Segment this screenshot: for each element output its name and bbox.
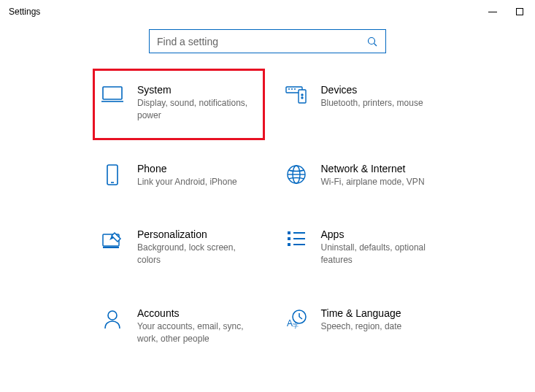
- tile-time-language[interactable]: A 字 Time & Language Speech, region, date: [285, 307, 439, 345]
- svg-text:字: 字: [293, 323, 299, 329]
- tile-desc: Bluetooth, printers, mouse: [321, 97, 439, 109]
- tile-desc: Your accounts, email, sync, work, other …: [137, 320, 255, 345]
- svg-rect-20: [288, 237, 290, 240]
- tile-text: Accounts Your accounts, email, sync, wor…: [137, 307, 255, 345]
- svg-rect-22: [288, 243, 290, 246]
- tile-title: Time & Language: [321, 307, 439, 319]
- search-box[interactable]: [149, 29, 386, 53]
- tile-phone[interactable]: Phone Link your Android, iPhone: [101, 163, 255, 188]
- tile-title: Accounts: [137, 307, 255, 319]
- tile-desc: Speech, region, date: [321, 320, 439, 333]
- maximize-icon[interactable]: [516, 8, 523, 15]
- tile-desc: Link your Android, iPhone: [137, 176, 255, 188]
- svg-text:A: A: [287, 318, 293, 328]
- tile-text: System Display, sound, notifications, po…: [137, 84, 255, 122]
- minimize-icon[interactable]: [488, 12, 497, 12]
- personalization-icon: [101, 228, 124, 252]
- network-icon: [285, 163, 308, 186]
- tile-desc: Wi-Fi, airplane mode, VPN: [321, 176, 439, 188]
- tile-desc: Background, lock screen, colors: [137, 242, 255, 266]
- tile-system[interactable]: System Display, sound, notifications, po…: [93, 69, 265, 140]
- tile-text: Phone Link your Android, iPhone: [137, 163, 255, 188]
- svg-point-24: [108, 311, 117, 320]
- tile-apps[interactable]: Apps Uninstall, defaults, optional featu…: [285, 228, 439, 266]
- phone-icon: [101, 163, 124, 186]
- window-title: Settings: [1, 7, 40, 17]
- apps-icon: [285, 228, 308, 252]
- tile-network[interactable]: Network & Internet Wi-Fi, airplane mode,…: [285, 163, 439, 188]
- tile-title: Personalization: [137, 228, 255, 240]
- svg-rect-18: [288, 231, 290, 234]
- search-container: [0, 29, 535, 53]
- search-input[interactable]: [157, 36, 366, 47]
- tile-title: Devices: [321, 84, 439, 96]
- tile-title: Apps: [321, 228, 439, 240]
- svg-point-0: [369, 37, 375, 44]
- search-icon: [366, 36, 378, 47]
- time-language-icon: A 字: [285, 307, 308, 331]
- svg-rect-8: [299, 90, 306, 103]
- tile-title: Phone: [137, 163, 255, 174]
- titlebar: Settings: [0, 0, 535, 23]
- tile-text: Apps Uninstall, defaults, optional featu…: [321, 228, 439, 266]
- accounts-icon: [101, 307, 124, 331]
- svg-rect-2: [103, 87, 122, 99]
- tile-title: System: [137, 84, 255, 96]
- system-icon: [101, 84, 124, 107]
- settings-grid: System Display, sound, notifications, po…: [0, 84, 535, 345]
- tile-text: Personalization Background, lock screen,…: [137, 228, 255, 266]
- tile-devices[interactable]: Devices Bluetooth, printers, mouse: [285, 84, 439, 122]
- window-controls: [488, 8, 534, 15]
- tile-title: Network & Internet: [321, 163, 439, 174]
- tile-accounts[interactable]: Accounts Your accounts, email, sync, wor…: [101, 307, 255, 345]
- tile-desc: Display, sound, notifications, power: [137, 97, 255, 122]
- svg-line-1: [374, 43, 377, 46]
- svg-rect-11: [107, 165, 118, 185]
- tile-text: Time & Language Speech, region, date: [321, 307, 439, 345]
- tile-text: Network & Internet Wi-Fi, airplane mode,…: [321, 163, 439, 188]
- svg-line-27: [299, 317, 302, 319]
- tile-personalization[interactable]: Personalization Background, lock screen,…: [101, 228, 255, 266]
- devices-icon: [285, 84, 308, 107]
- tile-text: Devices Bluetooth, printers, mouse: [321, 84, 439, 122]
- tile-desc: Uninstall, defaults, optional features: [321, 242, 439, 266]
